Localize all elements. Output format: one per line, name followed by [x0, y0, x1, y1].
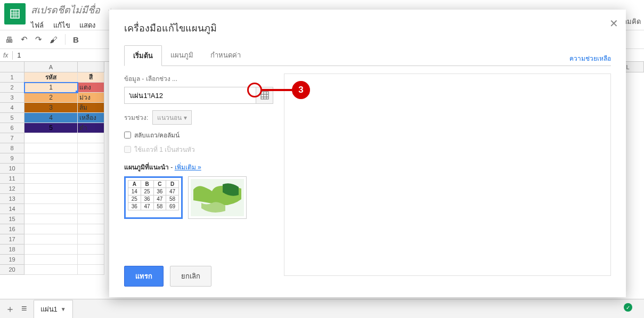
use-row1-header-checkbox[interactable]: ใช้แถวที่ 1 เป็นส่วนหัว [124, 144, 273, 154]
annotation-line [262, 89, 292, 91]
combine-select[interactable]: แนวนอน ▾ [152, 110, 191, 125]
annotation-ring [247, 83, 262, 97]
annotation-badge: 3 [292, 81, 310, 99]
chart-thumb-table[interactable]: ABCD 14253647 25364758 36475869 [124, 176, 183, 219]
close-icon[interactable]: ✕ [609, 17, 618, 30]
insert-button[interactable]: แทรก [124, 266, 164, 287]
switch-rows-cols-checkbox[interactable]: สลับแถว/คอลัมน์ [124, 130, 273, 140]
help-link[interactable]: ความช่วยเหลือ [569, 53, 611, 63]
dialog-title: เครื่องมือแก้ไขแผนภูมิ [124, 20, 611, 36]
data-range-label: ข้อมูล - เลือกช่วง ... [124, 74, 273, 84]
tab-charts[interactable]: แผนภูมิ [162, 45, 202, 66]
svg-rect-1 [261, 92, 268, 99]
chart-editor-dialog: ✕ เครื่องมือแก้ไขแผนภูมิ เริ่มต้น แผนภูม… [109, 10, 626, 297]
cancel-button[interactable]: ยกเลิก [170, 266, 211, 287]
recommended-label: แผนภูมิที่แนะนำ - เพิ่มเติม » [124, 162, 273, 172]
combine-label: รวมช่วง: [124, 112, 148, 123]
chart-thumb-map[interactable] [188, 176, 247, 219]
more-link[interactable]: เพิ่มเติม » [175, 164, 201, 171]
tab-start[interactable]: เริ่มต้น [124, 45, 162, 66]
tab-customize[interactable]: กำหนดค่า [202, 45, 249, 66]
chart-preview [284, 74, 611, 276]
data-range-input[interactable] [125, 88, 256, 103]
